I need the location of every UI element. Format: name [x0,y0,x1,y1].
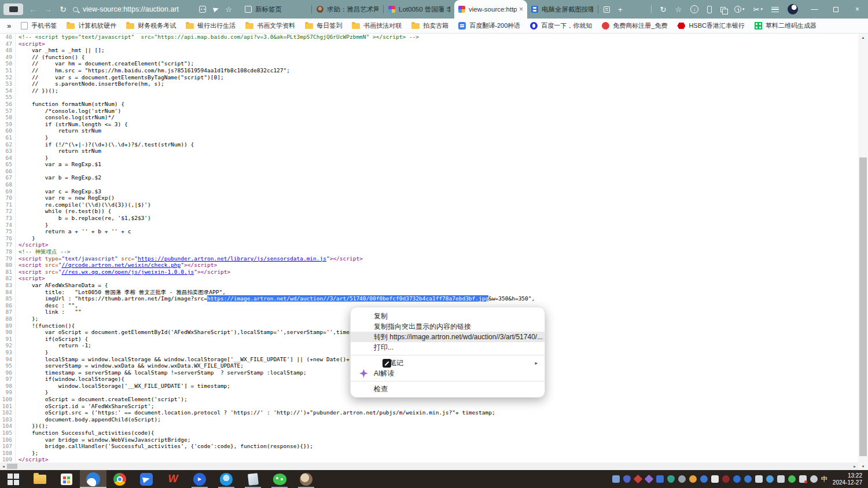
pen-input-icon[interactable] [810,475,818,483]
tab-qiuzhu-yachang[interactable]: 求助：雅昌艺术网的 [312,0,382,19]
profile-avatar[interactable] [788,4,798,14]
taskbar-chrome-browser[interactable] [106,470,133,488]
close-button[interactable]: × [847,0,868,19]
reload-icon[interactable]: ↻ [56,5,71,14]
menu-inspect[interactable]: 检查 [351,384,545,394]
tab-lot0050[interactable]: Lot0050 曾国藩 李榕 [384,0,454,19]
bookmark-item-2[interactable]: 财务税务考试 [126,21,176,30]
screenshot-scissors-icon[interactable]: ✂▾ [753,5,763,14]
forward-icon[interactable]: → [41,5,56,14]
favorites-star-icon[interactable]: ☆ [675,5,682,14]
menu-take-note[interactable]: 记笔记▸ [351,358,545,368]
share-icon[interactable] [213,6,219,12]
menu-copy[interactable]: 复制 [351,311,545,321]
bookmark-star-icon[interactable]: ☆ [222,5,235,14]
bookmark-item-3[interactable]: 银行出行生活 [186,21,236,30]
tab-search-icon[interactable] [604,6,610,13]
bookmark-item-9[interactable]: 百度一下，你就知 [530,21,592,30]
browser-logo-button[interactable] [3,3,23,15]
reader-mode-icon[interactable] [199,6,206,13]
bookmark-item-5[interactable]: 每日签到 [305,21,342,30]
security-shield-icon[interactable] [623,475,631,483]
address-bar[interactable]: view-source:https://auction.art ☆ [71,0,237,19]
taskbar-messenger-app[interactable] [133,470,160,488]
device-icon[interactable] [707,6,712,13]
blue-arrow-icon[interactable] [656,475,664,483]
vertical-scrollbar[interactable]: ▴ ▾ [858,34,868,470]
taskbar-clock[interactable]: 13:22 2024-12-27 [830,472,868,486]
line-number: 60 [0,127,16,134]
horizontal-scrollbar[interactable]: ◂ ▸ [0,463,858,470]
bookmark-item-12[interactable]: 草料二维码生成器 [755,21,816,30]
source-line: 84 title: "Lot0050 曾国藩 李榕 曾文正批李 - 雅昌拍卖图录… [0,289,858,296]
usb-device-icon[interactable] [612,475,620,483]
bookmark-item-4[interactable]: 书画文学资料 [245,21,295,30]
taskbar-wechat[interactable] [266,470,293,488]
antivirus-icon[interactable] [634,475,643,484]
source-link[interactable]: //qrcode.artron.net/weixin/check.php [61,262,181,268]
horizontal-scrollbar-thumb[interactable] [7,464,17,469]
bookmark-item-8[interactable]: 百度翻译-200种语 [458,21,520,30]
tab-close-icon[interactable]: × [519,5,523,13]
taskbar-start-button[interactable] [0,470,27,488]
bookmark-item-11[interactable]: HSBC香港汇丰银行 [677,21,745,30]
taskbar-file-explorer[interactable] [27,470,53,488]
recording-icon[interactable] [722,475,730,483]
new-tab-button[interactable]: + [618,5,623,14]
scroll-right-arrow[interactable]: ▸ [851,464,858,469]
taskbar-baidu-netdisk[interactable] [213,470,240,488]
source-link[interactable]: https://pubunder.artron.net/library/js/s… [138,255,326,262]
history-icon[interactable]: ▾ [734,6,745,13]
taskbar-active-browser[interactable] [80,470,106,488]
gray-service-icon[interactable] [678,475,686,483]
line-number: 105 [0,430,16,436]
back-icon[interactable]: ← [25,5,41,14]
bookmarks-overflow-chevron[interactable]: » [7,21,11,30]
maximize-button[interactable] [825,0,847,19]
clock-time: 13:22 [833,472,862,479]
menu-ai-explain[interactable]: AI解读 [351,368,545,379]
green-shield-icon[interactable] [667,475,675,483]
vertical-scrollbar-thumb[interactable] [859,157,867,456]
scroll-up-arrow[interactable]: ▴ [858,34,868,41]
bookmark-item-6[interactable]: 书画技法对联 [352,21,402,30]
taskbar-microsoft-store[interactable] [53,470,80,488]
session-restore-icon[interactable]: ↻ [660,5,667,14]
tab-view-source[interactable]: view-source:http× [454,0,527,19]
tab-screenshot-help[interactable]: 电脑全屏截图按哪个 [527,0,597,19]
assistant-icon[interactable] [766,475,774,483]
url-text[interactable]: view-source:https://auction.art [83,5,195,13]
menu-print[interactable]: 打印... [351,342,545,353]
phone-link-icon[interactable] [755,475,763,483]
scroll-left-arrow[interactable]: ◂ [0,464,7,469]
download-icon[interactable]: ↓ [690,5,698,13]
tab-new-tab[interactable]: 新标签页 [241,0,311,19]
scroll-down-arrow[interactable]: ▾ [858,463,868,470]
flash-icon[interactable] [689,475,697,483]
menu-goto-url[interactable]: 转到 https://image.artron.net/wd/auction//… [351,332,545,342]
taskbar-paint-tool[interactable] [293,470,319,488]
bookmark-item-10[interactable]: 免费商标注册_免费 [602,21,667,30]
menu-icon[interactable] [771,7,779,12]
settings-icon[interactable] [711,475,719,483]
source-link[interactable]: //res.wx.qq.com/open/js/jweixin-1.0.0.js [61,269,194,275]
wechat-tray-icon[interactable] [788,475,796,483]
menu-copy-link-to-highlight[interactable]: 复制指向突出显示的内容的链接 [351,321,545,332]
duplicate-tab-icon[interactable] [720,7,726,12]
purple-app-icon[interactable] [645,475,654,484]
cloud-sync-icon[interactable] [733,475,741,483]
taskbar-wps-office[interactable]: W [160,470,186,488]
bookmark-item-0[interactable]: 手机书签 [21,21,57,30]
taskbar-potplayer[interactable]: ▶ [186,470,213,488]
taskbar-notepad-app[interactable] [240,470,266,488]
bookmark-item-7[interactable]: 拍卖古籍 [411,21,448,30]
ime-indicator[interactable]: 中 [821,475,827,483]
code-segment: } [19,222,48,228]
blue-app-icon[interactable] [700,475,708,483]
line-number: 82 [0,275,16,282]
network-icon[interactable] [777,475,785,483]
volume-muted-icon[interactable] [799,475,807,483]
bookmark-item-1[interactable]: 计算机软硬件 [67,21,116,30]
bluetooth-icon[interactable] [744,475,752,483]
minimize-button[interactable]: — [804,0,825,19]
